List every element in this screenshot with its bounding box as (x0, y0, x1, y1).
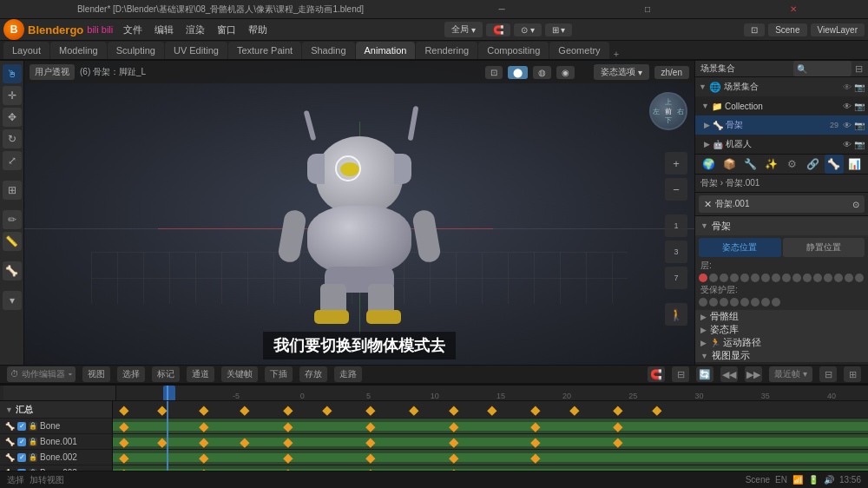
tl-walkpath-btn[interactable]: 走路 (334, 366, 362, 382)
editor-type-btn[interactable]: ⏱ 动作编辑器 ▾ (7, 366, 76, 382)
material-btn[interactable]: ◍ (533, 66, 551, 79)
kf-summary-13[interactable] (613, 406, 622, 415)
kf-summary-10[interactable] (487, 406, 496, 415)
bone-section-header[interactable]: ▼ 骨架 (695, 216, 868, 235)
lane-bone-2[interactable] (113, 450, 868, 465)
annotate-tool[interactable]: ✏ (3, 210, 22, 229)
track-bone-1[interactable]: 🦴 ✓ 🔒 Bone.001 (0, 434, 112, 450)
prop-icon-object[interactable]: 📦 (720, 155, 739, 174)
layer-dot-11[interactable] (813, 274, 822, 282)
tl-view-btn[interactable]: 视图 (82, 366, 110, 382)
layer-dot-5[interactable] (751, 274, 760, 282)
viewport[interactable]: 用户透视 (6) 骨架：脚趾_L ⊡ ⬤ ◍ ◉ 姿态选项 ▾ zh/en 上 … (24, 61, 694, 365)
kf-summary-12[interactable] (569, 406, 579, 415)
bone-2-checkbox[interactable]: ✓ (17, 453, 26, 462)
move-tool[interactable]: ✥ (3, 108, 22, 127)
collection-eye[interactable]: 👁 (843, 102, 852, 111)
prop-icon-physics[interactable]: ⚙ (783, 155, 802, 174)
prop-icon-particles[interactable]: ✨ (761, 155, 780, 174)
kf-summary-9[interactable] (449, 406, 458, 415)
tab-animation[interactable]: Animation (356, 42, 416, 59)
pose-position-btn[interactable]: 姿态位置 (699, 238, 781, 257)
kf-summary-6[interactable] (322, 406, 332, 415)
bone-0-checkbox[interactable]: ✓ (17, 422, 26, 431)
prop-icon-bone[interactable]: 🦴 (825, 155, 844, 174)
scene-collection-row[interactable]: ▼ 🌐 场景集合 👁 📷 (695, 77, 868, 96)
menu-item-render[interactable]: 渲染 (181, 22, 210, 38)
tab-layout[interactable]: Layout (3, 42, 49, 59)
armature-cam[interactable]: 📷 (854, 121, 865, 130)
lane-bone-0[interactable] (113, 419, 868, 434)
viewlayer-btn[interactable]: ViewLayer (811, 23, 865, 36)
tl-nav-right[interactable]: ▶▶ (745, 366, 762, 382)
layer-dot-1[interactable] (709, 274, 718, 282)
global-dropdown[interactable]: 全局 ▾ (444, 22, 483, 37)
add-tab-btn[interactable]: + (614, 49, 619, 59)
minimize-btn[interactable]: ─ (434, 4, 569, 14)
armature-row[interactable]: ▶ 🦴 骨架 29 👁 📷 (695, 115, 868, 135)
layer-dot-12[interactable] (824, 274, 832, 282)
viewport-icon[interactable]: ⊡ (744, 23, 765, 36)
layer-dot-10[interactable] (803, 274, 812, 282)
armature-eye[interactable]: 👁 (843, 121, 852, 130)
tl-store-btn[interactable]: 存放 (299, 366, 327, 382)
bone-name-field[interactable]: ✕ 骨架.001 ⊙ (699, 195, 865, 213)
zoom-out-btn[interactable]: − (665, 178, 687, 201)
outliner-filter-btn[interactable]: ⊟ (855, 63, 863, 75)
kf-summary-7[interactable] (365, 406, 375, 415)
scene-btn[interactable]: Scene (768, 23, 806, 36)
bone-group-section[interactable]: ▶ 骨骼组 (695, 310, 868, 323)
cursor-tool[interactable]: ✛ (3, 86, 22, 105)
collection-cam[interactable]: 📷 (854, 102, 865, 111)
zoom-in-btn[interactable]: + (665, 152, 687, 175)
tab-modeling[interactable]: Modeling (50, 42, 107, 59)
menu-item-edit[interactable]: 编辑 (149, 22, 179, 38)
tab-uv[interactable]: UV Editing (165, 42, 227, 59)
lang-dropdown[interactable]: zh/en (654, 66, 689, 79)
prot-dot-6[interactable] (761, 298, 770, 307)
kf-summary-8[interactable] (409, 406, 418, 415)
kf-summary-14[interactable] (652, 406, 661, 415)
tab-texture[interactable]: Texture Paint (228, 42, 301, 59)
tl-nav-left[interactable]: ◀◀ (720, 366, 738, 382)
view-mode-btn[interactable]: 用户透视 (30, 64, 75, 80)
prop-icon-data[interactable]: 📊 (845, 155, 865, 174)
prop-icon-constraints[interactable]: 🔗 (804, 155, 823, 174)
tab-rendering[interactable]: Rendering (416, 42, 477, 59)
lane-bone-1[interactable] (113, 434, 868, 450)
layer-dot-6[interactable] (761, 274, 770, 282)
tl-sync-icon[interactable]: 🔄 (696, 366, 713, 382)
tl-filter-icon[interactable]: ⊟ (672, 366, 689, 382)
track-bone-2[interactable]: 🦴 ✓ 🔒 Bone.002 (0, 450, 112, 465)
menu-item-window[interactable]: 窗口 (212, 22, 241, 38)
outliner-search[interactable]: 🔍 (793, 61, 852, 76)
timeline-ruler[interactable]: -5 0 5 10 15 20 25 30 35 40 (0, 386, 868, 401)
prot-dot-4[interactable] (740, 298, 749, 307)
layer-dot-14[interactable] (845, 274, 853, 282)
num-pad-1[interactable]: 1 (665, 214, 687, 237)
kf-summary-2[interactable] (157, 406, 167, 415)
motion-path-section[interactable]: ▶ 🏃 运动路径 (695, 336, 868, 349)
proportional-btn[interactable]: ⊙ ▾ (514, 23, 542, 36)
layer-dot-0[interactable] (699, 274, 707, 282)
prot-dot-1[interactable] (709, 298, 718, 307)
layer-dot-7[interactable] (772, 274, 780, 282)
tl-interpolation-btn[interactable]: 下插 (265, 366, 293, 382)
prot-dot-7[interactable] (772, 298, 780, 307)
orientation-icons[interactable]: ⊞ ▾ (545, 23, 573, 36)
scale-tool[interactable]: ⤢ (3, 151, 22, 170)
robot-row[interactable]: ▶ 🤖 机器人 👁 📷 (695, 135, 868, 154)
tl-snap-icon[interactable]: 🧲 (648, 366, 665, 382)
close-btn[interactable]: ✕ (726, 4, 861, 14)
scene-eye-icon[interactable]: 👁 (843, 82, 852, 92)
layer-dot-4[interactable] (740, 274, 749, 282)
layer-dot-15[interactable] (855, 274, 864, 282)
tl-overflow-btn[interactable]: ⊞ (844, 366, 861, 382)
tab-sculpting[interactable]: Sculpting (108, 42, 164, 59)
prop-icon-modifier[interactable]: 🔧 (740, 155, 760, 174)
snap-btn[interactable]: 🧲 (486, 23, 510, 36)
layer-dot-13[interactable] (834, 274, 843, 282)
rest-position-btn[interactable]: 静置位置 (783, 238, 865, 257)
pose-lib-section[interactable]: ▶ 姿态库 (695, 323, 868, 336)
layer-dot-3[interactable] (730, 274, 739, 282)
